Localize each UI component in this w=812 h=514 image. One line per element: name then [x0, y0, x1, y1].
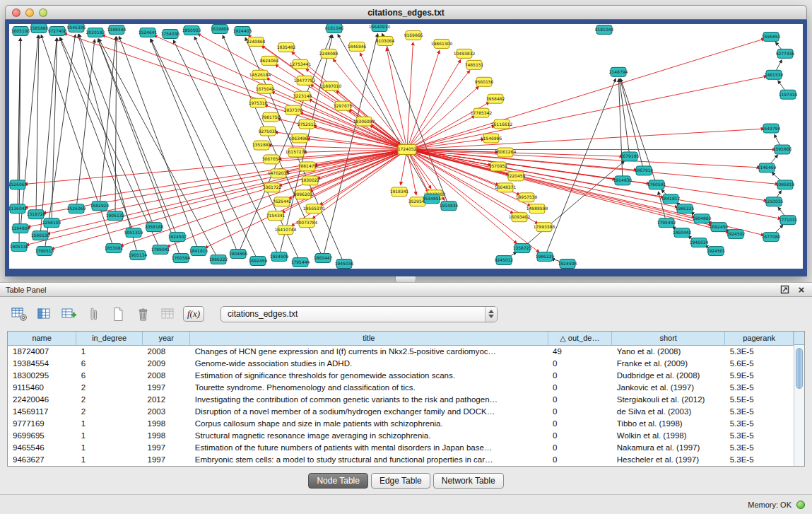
graph-node[interactable]: 1194804 — [11, 224, 30, 233]
graph-node[interactable]: 1904866 — [229, 250, 248, 259]
graph-node[interactable]: 3958482 — [486, 94, 505, 103]
graph-node[interactable]: 1771031 — [779, 216, 798, 225]
tab-node-table[interactable]: Node Table — [308, 473, 368, 489]
graph-node[interactable]: 16410748 — [275, 226, 297, 235]
graph-node[interactable]: 1643794 — [762, 124, 781, 133]
graph-node[interactable]: 2148794 — [609, 67, 628, 76]
graph-node[interactable]: 7154341 — [266, 211, 286, 221]
graph-node[interactable]: 1595866 — [773, 145, 792, 154]
close-window-button[interactable] — [12, 8, 20, 17]
graph-node[interactable]: 1692459 — [249, 257, 268, 266]
graph-node[interactable]: 1136042 — [9, 204, 28, 214]
graph-node[interactable]: 1524641 — [139, 28, 158, 37]
graph-node[interactable]: 1692450 — [710, 223, 729, 232]
graph-node[interactable]: 3297675 — [334, 101, 353, 110]
graph-node[interactable]: 14702039 — [268, 169, 290, 178]
table-row[interactable]: 946554611997Estimation of the future num… — [8, 441, 794, 453]
graph-node[interactable]: 17993388 — [534, 223, 555, 232]
graph-node[interactable]: 16061264 — [495, 148, 517, 157]
graph-node[interactable]: 2240868 — [247, 37, 266, 46]
graph-node[interactable]: 1675042 — [256, 84, 275, 93]
graph-node[interactable]: 1595853 — [762, 32, 781, 41]
graph-node[interactable]: 1146469 — [758, 163, 777, 173]
graph-node[interactable]: 9546306 — [67, 24, 86, 32]
graph-node[interactable]: 1086819 — [776, 180, 795, 189]
graph-node[interactable]: 1461538 — [765, 70, 784, 79]
graph-node[interactable]: 1860447 — [314, 254, 333, 263]
graph-node[interactable]: 1197434 — [779, 90, 798, 99]
graph-node[interactable]: 1846946 — [348, 42, 367, 51]
graph-node[interactable]: 1924501 — [707, 247, 726, 256]
graph-node[interactable]: 8624064 — [260, 56, 279, 65]
graph-node[interactable]: 1914830 — [613, 176, 632, 185]
column-header-short[interactable]: short — [612, 332, 725, 345]
graph-node[interactable]: 1867919 — [635, 166, 654, 175]
graph-node[interactable]: 14988598 — [526, 204, 548, 214]
graph-node[interactable]: 9275035 — [259, 127, 278, 136]
network-canvas[interactable]: 2240868183548286240641275344114526184104… — [9, 24, 803, 269]
graph-node[interactable]: 9169866 — [404, 30, 423, 40]
table-row[interactable]: 911546021997Tourette syndrome. Phenomeno… — [8, 381, 794, 393]
graph-node[interactable]: 11897010 — [320, 81, 342, 90]
graph-node[interactable]: 1582924 — [90, 201, 110, 211]
graph-node[interactable]: 1724052 — [398, 145, 417, 155]
graph-node[interactable]: 1975316 — [249, 98, 268, 107]
column-header-in_degree[interactable]: in_degree — [76, 332, 143, 345]
scrollbar-thumb[interactable] — [796, 348, 803, 389]
table-row[interactable]: 1938455462009Genome-wide association stu… — [8, 357, 794, 369]
graph-node[interactable]: 16648371 — [495, 183, 517, 192]
new-file-icon[interactable] — [109, 305, 127, 322]
table-scrollbar[interactable] — [794, 332, 804, 466]
graph-node[interactable]: 1924403 — [233, 26, 252, 35]
memory-status-icon[interactable] — [796, 501, 805, 509]
graph-node[interactable]: 7625442 — [273, 197, 292, 206]
row-tools-icon[interactable] — [84, 305, 102, 322]
graph-node[interactable]: 2526069 — [67, 204, 86, 214]
graph-node[interactable]: 1945036 — [335, 259, 354, 269]
graph-node[interactable]: 1795442 — [657, 218, 676, 228]
graph-node[interactable]: 1986229 — [536, 252, 555, 262]
table-options-icon[interactable] — [10, 305, 28, 322]
graph-node[interactable]: 1590530 — [31, 231, 50, 240]
graph-node[interactable]: 1904860 — [693, 214, 712, 223]
graph-node[interactable]: 1358723 — [513, 244, 532, 253]
graph-node[interactable]: 1905134 — [129, 251, 148, 260]
graph-node[interactable]: 1790513 — [35, 247, 54, 256]
graph-node[interactable]: 17785342 — [471, 108, 493, 117]
graph-node[interactable]: 2058188 — [145, 223, 164, 232]
graph-node[interactable]: 11546996 — [481, 134, 502, 143]
graph-node[interactable]: 1914835 — [440, 201, 459, 211]
graph-node[interactable]: 2837378 — [284, 105, 303, 115]
graph-node[interactable]: 1841815 — [189, 247, 208, 256]
graph-node[interactable]: 7485151 — [465, 60, 484, 69]
graph-node[interactable]: 1188594 — [107, 25, 126, 34]
table-row[interactable]: 1830029562008Estimation of significance … — [8, 369, 794, 381]
graph-node[interactable]: 1210035 — [765, 197, 784, 206]
graph-node[interactable]: 1789041 — [151, 245, 170, 255]
table-selector-dropdown[interactable]: citations_edges.txt — [220, 306, 498, 322]
graph-node[interactable]: 7881479 — [298, 162, 317, 171]
graph-node[interactable]: 8103064 — [376, 36, 395, 45]
graph-node[interactable]: 19861300 — [431, 39, 453, 48]
trash-icon[interactable] — [134, 305, 152, 322]
graph-node[interactable]: 1619808 — [211, 24, 230, 33]
graph-node[interactable]: 4534851 — [423, 194, 442, 204]
graph-node[interactable]: 5051319 — [124, 228, 143, 238]
graph-node[interactable]: 1585880 — [30, 24, 49, 33]
table-row[interactable]: 2242004622012Investigating the contribut… — [8, 393, 794, 405]
column-header-year[interactable]: year — [143, 332, 190, 345]
float-panel-icon[interactable] — [779, 285, 789, 295]
minimize-window-button[interactable] — [25, 8, 34, 17]
column-header-out_de[interactable]: △ out_de… — [548, 332, 612, 345]
graph-node[interactable]: 3067654 — [262, 155, 281, 164]
column-header-title[interactable]: title — [190, 332, 548, 345]
graph-node[interactable]: 9096203 — [294, 190, 313, 199]
graph-node[interactable]: 1352883 — [252, 141, 271, 150]
graph-node[interactable]: 1850003 — [182, 25, 201, 35]
graph-node[interactable]: 1605106 — [11, 26, 30, 35]
graph-node[interactable]: 10073784 — [296, 218, 318, 228]
graph-node[interactable]: 18957538 — [516, 193, 538, 202]
table-row[interactable]: 946362711997Embryonic stem cells: a mode… — [8, 453, 794, 465]
graph-node[interactable]: 18306097 — [353, 117, 375, 126]
graph-node[interactable]: 1860442 — [673, 228, 692, 238]
